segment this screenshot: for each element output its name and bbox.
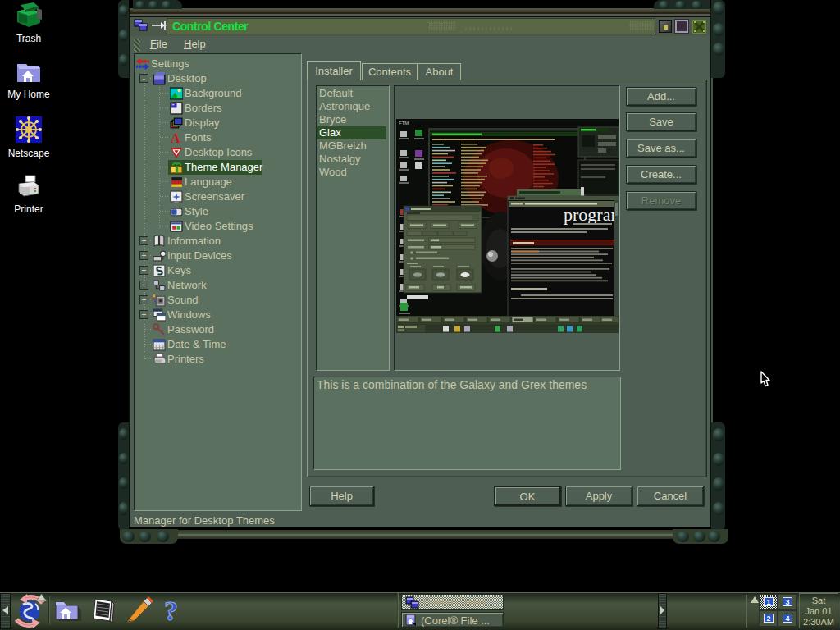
svg-text:FTM: FTM: [399, 121, 409, 126]
svg-text:?: ?: [164, 596, 178, 626]
svg-text:programm: programm: [564, 204, 619, 225]
svg-text:A: A: [171, 131, 180, 144]
